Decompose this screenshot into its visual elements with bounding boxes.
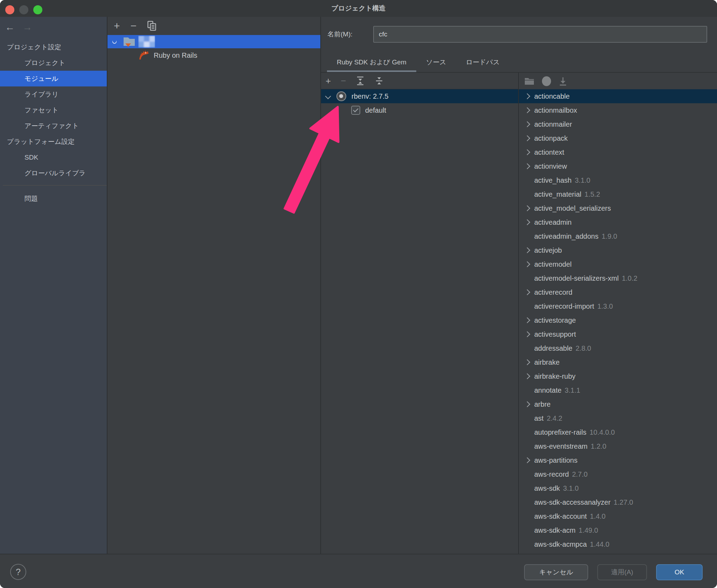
gem-row[interactable]: actionmailer (519, 117, 717, 131)
chevron-right-icon[interactable] (524, 331, 530, 337)
gems-toolbar (519, 73, 717, 89)
add-sdk-icon[interactable]: + (326, 76, 331, 85)
sidebar-item[interactable]: SDK (0, 149, 107, 165)
chevron-right-icon[interactable] (524, 107, 530, 113)
chevron-down-icon[interactable] (112, 39, 118, 45)
gem-row[interactable]: ast 2.4.2 (519, 411, 717, 425)
gem-row[interactable]: aws-sdk-account 1.4.0 (519, 509, 717, 523)
chevron-right-icon[interactable] (524, 359, 530, 365)
gem-row[interactable]: activejob (519, 243, 717, 257)
gem-row[interactable]: aws-partitions (519, 453, 717, 467)
expand-all-icon[interactable] (356, 76, 365, 86)
copy-module-icon[interactable] (147, 21, 157, 31)
gem-row[interactable]: autoprefixer-rails 10.4.0.0 (519, 425, 717, 439)
chevron-right-icon[interactable] (524, 373, 530, 379)
sidebar-item[interactable]: プロジェクト (0, 55, 107, 71)
gem-row[interactable]: actionview (519, 159, 717, 173)
chevron-down-icon[interactable] (325, 93, 331, 99)
add-module-icon[interactable]: + (114, 21, 120, 31)
gem-row[interactable]: arbre (519, 397, 717, 411)
gem-name: active_material (534, 190, 582, 198)
gem-row[interactable]: active_model_serializers (519, 201, 717, 215)
gem-name: arbre (534, 400, 551, 408)
remove-module-icon[interactable]: − (131, 21, 137, 31)
gem-name: aws-partitions (534, 456, 577, 464)
chevron-right-icon[interactable] (524, 289, 530, 295)
sidebar-item[interactable]: プロジェクト設定 (0, 39, 107, 55)
sidebar-item[interactable]: グローバルライブラ (0, 165, 107, 181)
config-tab[interactable]: Ruby SDK および Gem (327, 52, 416, 73)
gem-row[interactable]: activemodel (519, 257, 717, 271)
apply-button: 適用(A) (597, 564, 647, 580)
gem-row[interactable]: actionmailbox (519, 103, 717, 117)
radio-selected-icon[interactable] (336, 91, 346, 101)
gem-row[interactable]: aws-record 2.7.0 (519, 467, 717, 481)
collapse-all-icon[interactable] (375, 76, 384, 86)
sidebar-item[interactable]: アーティファクト (0, 118, 107, 134)
sdk-row-rbenv[interactable]: rbenv: 2.7.5 (321, 89, 518, 103)
sidebar-item-problems[interactable]: 問題 (0, 191, 107, 206)
gem-version: 1.5.2 (585, 190, 600, 198)
modules-tree: Ruby on Rails (107, 35, 320, 62)
gem-row[interactable]: aws-sdk-acmpca 1.44.0 (519, 537, 717, 551)
gem-row[interactable]: activesupport (519, 327, 717, 341)
module-row-project[interactable] (107, 35, 320, 48)
chevron-right-icon[interactable] (524, 261, 530, 267)
help-button[interactable]: ? (10, 564, 26, 580)
ok-button[interactable]: OK (656, 564, 703, 580)
sidebar-item[interactable]: ライブラリ (0, 86, 107, 102)
gem-row[interactable]: aws-sdk-acm 1.49.0 (519, 523, 717, 537)
gem-row[interactable]: aws-eventstream 1.2.0 (519, 439, 717, 453)
sidebar-item-label: モジュール (25, 75, 58, 82)
gem-row[interactable]: actiontext (519, 145, 717, 159)
gem-row[interactable]: activemodel-serializers-xml 1.0.2 (519, 271, 717, 285)
gem-row[interactable]: active_hash 3.1.0 (519, 173, 717, 187)
back-icon[interactable]: ← (5, 22, 15, 33)
module-name-input[interactable] (373, 26, 707, 43)
chevron-right-icon[interactable] (524, 401, 530, 407)
gem-row[interactable]: addressable 2.8.0 (519, 341, 717, 355)
sdk-row-default[interactable]: default (321, 103, 518, 117)
sdk-toolbar: + − (321, 73, 518, 89)
gem-row[interactable]: activerecord-import 1.3.0 (519, 299, 717, 313)
gem-row[interactable]: airbrake (519, 355, 717, 369)
chevron-right-icon[interactable] (524, 135, 530, 141)
gem-version: 1.2.0 (591, 442, 606, 450)
gem-row[interactable]: aws-sdk 3.1.0 (519, 481, 717, 495)
gem-row[interactable]: active_material 1.5.2 (519, 187, 717, 201)
sidebar-item[interactable]: ファセット (0, 102, 107, 118)
modules-toolbar: + − (107, 17, 320, 35)
chevron-right-icon[interactable] (524, 317, 530, 323)
gem-version: 1.27.0 (614, 498, 633, 506)
sidebar-item[interactable]: モジュール (0, 71, 107, 86)
gem-row[interactable]: activestorage (519, 313, 717, 327)
gem-row[interactable]: actioncable (519, 89, 717, 103)
gem-name: aws-record (534, 470, 569, 478)
chevron-right-icon[interactable] (524, 205, 530, 211)
close-button[interactable] (5, 5, 14, 14)
chevron-right-icon[interactable] (524, 247, 530, 253)
chevron-right-icon[interactable] (524, 163, 530, 169)
name-label: 名前(M): (327, 30, 353, 39)
config-tab[interactable]: ソース (416, 52, 456, 73)
gem-name: activemodel (534, 260, 572, 268)
chevron-right-icon[interactable] (524, 457, 530, 463)
gem-row[interactable]: activeadmin (519, 215, 717, 229)
config-tab[interactable]: ロードパス (456, 52, 510, 73)
gem-row[interactable]: airbrake-ruby (519, 369, 717, 383)
rails-label: Ruby on Rails (154, 51, 197, 59)
sidebar-item[interactable]: プラットフォーム設定 (0, 134, 107, 149)
gem-row[interactable]: actionpack (519, 131, 717, 145)
chevron-right-icon[interactable] (524, 93, 530, 99)
cancel-button[interactable]: キャンセル (524, 564, 588, 580)
chevron-right-icon[interactable] (524, 121, 530, 127)
gem-row[interactable]: annotate 3.1.1 (519, 383, 717, 397)
gem-row[interactable]: aws-sdk-accessanalyzer 1.27.0 (519, 495, 717, 509)
checkbox-checked-icon[interactable] (351, 106, 360, 115)
gem-row[interactable]: activerecord (519, 285, 717, 299)
chevron-right-icon[interactable] (524, 219, 530, 225)
zoom-button[interactable] (33, 5, 42, 14)
chevron-right-icon[interactable] (524, 149, 530, 155)
module-row-rails[interactable]: Ruby on Rails (107, 48, 320, 62)
gem-row[interactable]: activeadmin_addons 1.9.0 (519, 229, 717, 243)
